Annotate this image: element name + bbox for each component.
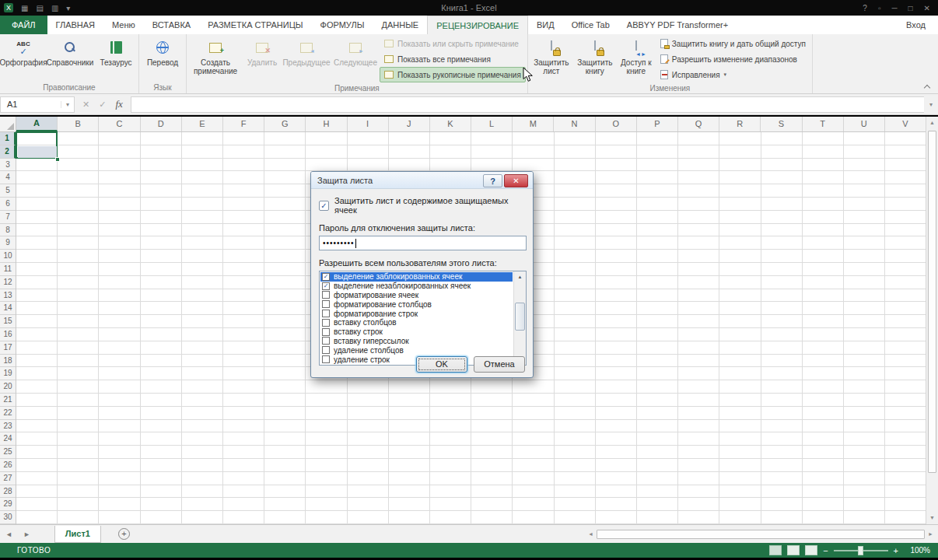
dialog-help-icon[interactable]: ? [483, 174, 502, 187]
quick-access-icon-3[interactable]: ▥ [51, 4, 58, 12]
quick-access-icon-1[interactable]: ▦ [21, 4, 28, 12]
row-header-29[interactable]: 29 [0, 498, 16, 511]
name-box-dropdown-icon[interactable]: ▾ [61, 101, 74, 108]
formula-enter-icon[interactable]: ✓ [99, 100, 106, 110]
column-header-M[interactable]: M [513, 117, 554, 131]
ok-button[interactable]: OK [416, 356, 467, 373]
show-ink-comments-button[interactable]: Показать рукописные примечания [380, 67, 526, 82]
column-header-A[interactable]: A [16, 117, 58, 131]
zoom-slider-thumb[interactable] [858, 546, 863, 555]
sign-in-link[interactable]: Вход [906, 16, 938, 34]
horizontal-scrollbar[interactable]: ◄ ► [585, 528, 936, 540]
ribbon-tab-2[interactable]: Меню [103, 16, 144, 34]
column-header-R[interactable]: R [719, 117, 761, 131]
close-icon[interactable]: ✕ [924, 4, 930, 12]
column-header-K[interactable]: K [430, 117, 471, 131]
permission-checkbox[interactable] [322, 310, 330, 317]
quick-access-dropdown-icon[interactable]: ▾ [66, 4, 70, 12]
normal-view-icon[interactable] [769, 545, 782, 555]
row-header-25[interactable]: 25 [0, 446, 16, 459]
row-header-3[interactable]: 3 [0, 159, 16, 172]
permission-checkbox[interactable] [322, 346, 330, 354]
column-header-H[interactable]: H [306, 117, 347, 131]
row-header-27[interactable]: 27 [0, 472, 16, 485]
scroll-down-icon[interactable]: ▼ [926, 512, 938, 524]
name-box[interactable]: A1 ▾ [0, 96, 75, 113]
column-header-O[interactable]: O [596, 117, 637, 131]
share-workbook-button[interactable]: ◄► Доступ к книге [617, 35, 656, 82]
fill-handle[interactable] [55, 157, 60, 162]
permission-checkbox[interactable] [322, 328, 330, 336]
row-header-8[interactable]: 8 [0, 224, 16, 237]
permission-item-6[interactable]: вставку строк [320, 327, 513, 337]
delete-comment-button[interactable]: ✕ Удалить [243, 35, 282, 82]
research-button[interactable]: Справочники [45, 35, 95, 82]
list-scrollbar[interactable]: ▲ ▼ [513, 271, 526, 365]
ribbon-tab-5[interactable]: ФОРМУЛЫ [312, 16, 373, 34]
column-header-F[interactable]: F [223, 117, 264, 131]
vertical-scrollbar[interactable]: ▲ ▼ [926, 117, 938, 524]
column-header-U[interactable]: U [844, 117, 885, 131]
row-header-12[interactable]: 12 [0, 276, 16, 289]
column-header-J[interactable]: J [389, 117, 430, 131]
column-header-I[interactable]: I [348, 117, 389, 131]
row-header-16[interactable]: 16 [0, 328, 16, 341]
thesaurus-button[interactable]: Тезаурус [95, 35, 137, 82]
row-header-17[interactable]: 17 [0, 341, 16, 355]
row-header-1[interactable]: 1 [0, 132, 16, 145]
new-sheet-icon[interactable]: + [118, 528, 130, 540]
row-header-2[interactable]: 2 [0, 145, 16, 159]
row-header-6[interactable]: 6 [0, 198, 16, 211]
row-header-9[interactable]: 9 [0, 236, 16, 250]
ribbon-tab-1[interactable]: ГЛАВНАЯ [47, 16, 103, 34]
ribbon-tab-0[interactable]: ФАЙЛ [0, 16, 47, 34]
row-header-19[interactable]: 19 [0, 367, 16, 380]
hscroll-right-icon[interactable]: ► [925, 531, 936, 537]
track-changes-button[interactable]: Исправления ▾ [656, 67, 810, 82]
row-header-23[interactable]: 23 [0, 420, 16, 433]
ribbon-tab-10[interactable]: ABBYY PDF Transformer+ [618, 16, 737, 34]
hscroll-left-icon[interactable]: ◄ [585, 531, 597, 537]
select-all-corner[interactable] [0, 117, 16, 132]
sheet-nav-right-icon[interactable]: ► [18, 530, 36, 538]
permission-checkbox[interactable] [322, 337, 330, 345]
show-all-comments-button[interactable]: Показать все примечания [380, 51, 526, 67]
formula-bar-expand-icon[interactable]: ▾ [924, 101, 938, 108]
ribbon-tab-3[interactable]: ВСТАВКА [144, 16, 199, 34]
ribbon-tab-6[interactable]: ДАННЫЕ [373, 16, 427, 34]
permission-item-1[interactable]: ✓выделение незаблокированных ячеек [320, 282, 513, 291]
column-header-G[interactable]: G [264, 117, 306, 131]
zoom-in-icon[interactable]: + [894, 546, 898, 555]
column-header-E[interactable]: E [182, 117, 223, 131]
permission-checkbox[interactable] [322, 291, 330, 299]
previous-comment-button[interactable]: ◄ Предыдущее [282, 35, 331, 82]
row-header-11[interactable]: 11 [0, 263, 16, 276]
collapse-ribbon-icon[interactable] [924, 83, 930, 89]
zoom-slider[interactable] [834, 550, 888, 551]
column-header-C[interactable]: C [99, 117, 140, 131]
spelling-button[interactable]: ABC✓ Орфография [2, 35, 45, 82]
row-header-5[interactable]: 5 [0, 184, 16, 198]
protect-and-share-button[interactable]: Защитить книгу и дать общий доступ [656, 36, 810, 51]
dialog-title-bar[interactable]: Защита листа ? ✕ [311, 172, 533, 189]
column-header-N[interactable]: N [554, 117, 595, 131]
protect-sheet-checkbox[interactable]: ✓ [319, 201, 329, 211]
column-header-T[interactable]: T [803, 117, 844, 131]
new-comment-button[interactable]: + Создать примечание [188, 35, 243, 82]
row-header-13[interactable]: 13 [0, 289, 16, 303]
page-layout-view-icon[interactable] [787, 545, 800, 555]
permission-item-2[interactable]: форматирование ячеек [320, 291, 513, 300]
row-header-14[interactable]: 14 [0, 302, 16, 315]
row-header-20[interactable]: 20 [0, 380, 16, 394]
ribbon-tab-7[interactable]: РЕЦЕНЗИРОВАНИЕ [427, 16, 528, 34]
password-input[interactable]: ••••••••• [319, 236, 527, 250]
column-header-P[interactable]: P [637, 117, 678, 131]
insert-function-icon[interactable]: fx [115, 98, 122, 110]
row-header-7[interactable]: 7 [0, 211, 16, 224]
row-header-28[interactable]: 28 [0, 485, 16, 499]
dialog-close-icon[interactable]: ✕ [504, 174, 528, 187]
row-header-15[interactable]: 15 [0, 315, 16, 328]
formula-input[interactable] [131, 96, 924, 113]
list-scroll-up-icon[interactable]: ▲ [514, 271, 526, 283]
column-header-Q[interactable]: Q [678, 117, 719, 131]
